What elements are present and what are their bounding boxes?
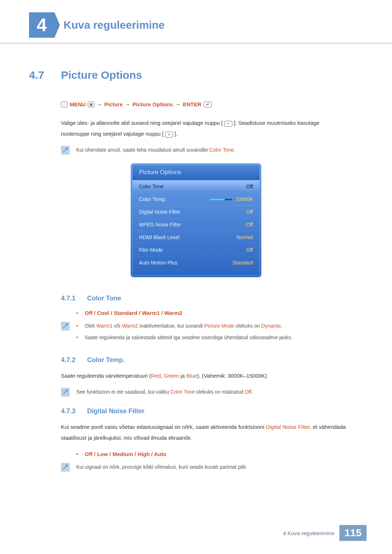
osd-row[interactable]: Auto Motion PlusStandard xyxy=(132,256,260,269)
note-text: Kui signaal on nõrk, proovige kõiki võim… xyxy=(76,463,363,472)
subsection-number: 4.7.3 xyxy=(61,407,79,415)
osd-footer-spacer xyxy=(132,269,260,275)
note-icon xyxy=(61,146,70,155)
osd-row-value: 10000K xyxy=(210,196,253,202)
osd-row-label: HDMI Black Level xyxy=(139,234,179,240)
intro-text: noolenuppe ning seejärel vajutage nuppu … xyxy=(61,131,164,137)
note-block: Kui ühendate arvuti, saate teha muudatus… xyxy=(61,146,363,155)
nav-enter-label: ENTER xyxy=(183,101,201,107)
section-title: Picture Options xyxy=(61,69,142,81)
nav-arrow: → xyxy=(125,101,130,107)
footer-chapter-label: 4 Kuva reguleerimine xyxy=(283,530,335,536)
nav-picture-label: Picture xyxy=(104,101,123,107)
osd-row[interactable]: HDMI Black LevelNormal xyxy=(132,231,260,243)
note-block: • Olek Warm1 või Warm2 inaktiveeritakse,… xyxy=(61,322,363,345)
enter-icon: ↵ xyxy=(224,121,232,127)
chapter-number-badge: 4 xyxy=(29,12,54,38)
page-number: 115 xyxy=(339,525,367,541)
enter-icon: ↵ xyxy=(204,102,212,107)
option-list: • Off / Cool / Standard / Warm1 / Warm2 xyxy=(76,309,363,317)
osd-menu: Picture Options Color ToneOffColor Temp.… xyxy=(131,163,261,277)
menu-grid-icon: ▥ xyxy=(88,102,94,107)
note-icon xyxy=(61,388,70,397)
osd-title: Picture Options xyxy=(132,165,260,180)
note-text: Saate reguleerida ja salvestada sätteid … xyxy=(85,333,293,341)
osd-row[interactable]: Film ModeOff xyxy=(132,243,260,256)
body-paragraph: Saate reguleerida värvitemperatuuri (Red… xyxy=(61,370,363,381)
osd-row[interactable]: MPEG Noise FilterOff xyxy=(132,218,260,231)
page-header: 4 Kuva reguleerimine xyxy=(0,0,392,44)
osd-row-value: Off xyxy=(246,209,253,215)
note-icon xyxy=(61,463,70,472)
nav-arrow: → xyxy=(175,101,181,107)
option-list: • Off / Low / Medium / High / Auto xyxy=(76,450,363,459)
note-text: Olek Warm1 või Warm2 inaktiveeritakse, k… xyxy=(85,322,282,330)
osd-row-label: Auto Motion Plus xyxy=(139,260,177,266)
chapter-title: Kuva reguleerimine xyxy=(64,19,164,31)
page-footer: 4 Kuva reguleerimine 115 xyxy=(283,525,367,541)
note-text: Kui ühendate arvuti, saate teha muudatus… xyxy=(76,146,363,155)
osd-row-value: Normal xyxy=(237,234,253,240)
subsection-title: Color Temp. xyxy=(87,356,125,364)
bullet-icon: • xyxy=(76,450,78,459)
remote-icon: ⌂ xyxy=(61,102,68,107)
osd-slider[interactable] xyxy=(210,199,232,200)
subsection-number: 4.7.2 xyxy=(61,356,79,364)
nav-arrow: → xyxy=(97,101,102,107)
section-number: 4.7 xyxy=(29,69,51,81)
bullet-icon: • xyxy=(76,322,78,330)
osd-inner: Picture Options Color ToneOffColor Temp.… xyxy=(132,165,260,276)
osd-row-value: Off xyxy=(246,184,253,189)
osd-row[interactable]: Color ToneOff xyxy=(132,180,260,193)
subsection-title: Color Tone xyxy=(87,295,121,302)
intro-text: ]. Seadistuse muutmiseks kasutage xyxy=(234,120,319,126)
osd-row-label: Color Temp. xyxy=(139,196,166,202)
options-line: Off / Low / Medium / High / Auto xyxy=(85,450,166,459)
osd-row-label: Digital Noise Filter xyxy=(139,209,180,215)
note-block: Kui signaal on nõrk, proovige kõiki võim… xyxy=(61,463,363,472)
section-heading: 4.7 Picture Options xyxy=(29,69,363,81)
note-icon xyxy=(61,322,70,331)
note-block: See funktsioon ei ole saadaval, kui vali… xyxy=(61,388,363,397)
note-text: See funktsioon ei ole saadaval, kui vali… xyxy=(76,388,363,397)
osd-row-label: Film Mode xyxy=(139,247,163,253)
osd-row[interactable]: Digital Noise FilterOff xyxy=(132,205,260,218)
nav-menu-label: MENU xyxy=(70,101,86,107)
intro-text: Valige üles- ja allanoolte abil suvand n… xyxy=(61,120,223,126)
osd-row[interactable]: Color Temp.10000K xyxy=(132,193,260,205)
osd-row-label: Color Tone xyxy=(139,184,163,189)
subsection-title: Digital Noise Filter xyxy=(87,407,144,415)
menu-navigation-path: ⌂ MENU ▥ → Picture → Picture Options → E… xyxy=(61,101,363,107)
subsection-heading-dnf: 4.7.3 Digital Noise Filter xyxy=(61,407,363,415)
osd-row-label: MPEG Noise Filter xyxy=(139,222,181,227)
osd-row-value: Standard xyxy=(232,260,253,266)
body-paragraph: Kui seadme poolt vastu võetav edastussig… xyxy=(61,422,363,443)
intro-text: ]. xyxy=(175,131,177,137)
enter-icon: ↵ xyxy=(165,132,173,138)
subsection-heading-color-tone: 4.7.1 Color Tone xyxy=(61,295,363,302)
options-line: Off / Cool / Standard / Warm1 / Warm2 xyxy=(85,309,182,317)
osd-row-value: Off xyxy=(246,222,253,227)
subsection-number: 4.7.1 xyxy=(61,295,79,302)
intro-paragraph: Valige üles- ja allanoolte abil suvand n… xyxy=(61,118,363,139)
nav-picture-options-label: Picture Options xyxy=(132,101,173,107)
subsection-heading-color-temp: 4.7.2 Color Temp. xyxy=(61,356,363,364)
page-content: 4.7 Picture Options ⌂ MENU ▥ → Picture →… xyxy=(0,44,392,472)
osd-row-value: Off xyxy=(246,247,253,253)
bullet-icon: • xyxy=(76,333,78,341)
bullet-icon: • xyxy=(76,309,78,317)
